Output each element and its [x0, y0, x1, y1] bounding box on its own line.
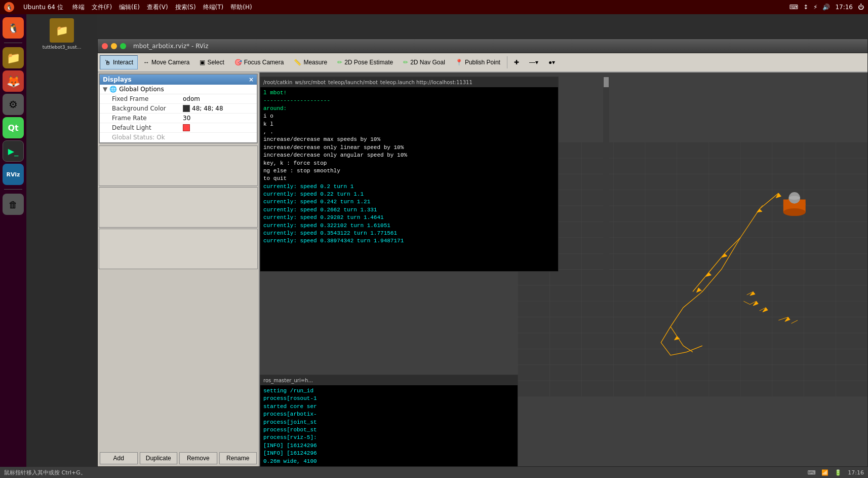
pose-estimate-button[interactable]: ✏ 2D Pose Estimate: [333, 55, 398, 69]
panel-sub-2: [99, 187, 258, 228]
dock-ubuntu[interactable]: 🐧: [3, 17, 24, 39]
keyboard-layout: ⌨: [807, 469, 815, 476]
power-icon[interactable]: ⏻: [858, 4, 864, 11]
partial-item: Global Status: Ok: [100, 133, 257, 142]
focus-camera-icon: 🎯: [234, 59, 242, 66]
bg-color-value[interactable]: 48; 48; 48: [183, 105, 223, 112]
displays-close[interactable]: ×: [249, 76, 254, 83]
window-minimize-btn[interactable]: [111, 43, 117, 49]
menu-help[interactable]: 帮助(H): [230, 3, 252, 12]
frame-rate-prop: Frame Rate 30: [100, 114, 257, 123]
remove-button[interactable]: Remove: [179, 452, 217, 464]
window-maximize-btn[interactable]: [120, 43, 126, 49]
dock-files[interactable]: 📁: [3, 47, 24, 68]
terminal-bottom[interactable]: ros_master_uri=h... setting /run_idproce…: [260, 375, 518, 466]
terminal-scrollbar[interactable]: [603, 77, 609, 272]
partial-label: Global Status: Ok: [112, 134, 183, 141]
status-text: 鼠标指针移入其中或按 Ctrl+G。: [4, 469, 86, 476]
terminal-bottom-titlebar: ros_master_uri=h...: [260, 375, 518, 385]
menu-view[interactable]: 查看(V): [147, 3, 168, 12]
frame-rate-label: Frame Rate: [112, 115, 183, 122]
publish-point-button[interactable]: 📍 Publish Point: [451, 55, 505, 69]
system-bar: 🐧 Ubuntu 64 位 终端 文件(F) 编辑(E) 查看(V) 搜索(S)…: [0, 0, 868, 14]
system-tray: ⌨ ↕ ⚡ 🔊 17:16 ⏻: [790, 4, 864, 11]
menu-terminal[interactable]: 终端: [72, 3, 85, 12]
focus-camera-label: Focus Camera: [244, 59, 284, 66]
menu-terminal2[interactable]: 终端(T): [203, 3, 224, 12]
nav-goal-button[interactable]: ✏ 2D Nav Goal: [399, 55, 450, 69]
fixed-frame-value[interactable]: odom: [183, 95, 200, 102]
dock-trash[interactable]: 🗑: [3, 194, 24, 215]
menu-search[interactable]: 搜索(S): [175, 3, 196, 12]
default-light-checkbox[interactable]: [183, 124, 190, 131]
menu-file[interactable]: 文件(F): [92, 3, 112, 12]
bg-color-prop: Background Color 48; 48; 48: [100, 104, 257, 114]
folder-label: tuttlebot3_sust...: [43, 45, 82, 50]
dock-qt[interactable]: Qt: [3, 117, 24, 138]
distro-label: Ubuntu 64 位: [23, 3, 63, 12]
measure-button[interactable]: 📏 Measure: [289, 55, 332, 69]
displays-title: Displays: [103, 76, 132, 83]
bg-color-text: 48; 48; 48: [192, 105, 223, 112]
terminal-top[interactable]: /root/catkin_ws/src/mbot_teleop/launch/m…: [260, 77, 559, 272]
desktop-area: 📁 tuttlebot3_sust...: [26, 14, 97, 467]
fixed-frame-label: Fixed Frame: [112, 95, 183, 102]
ubuntu-logo[interactable]: 🐧: [4, 2, 14, 12]
bottom-tray: ⌨ 📶 🔋 17:16: [807, 469, 864, 476]
select-button[interactable]: ▣ Select: [195, 55, 228, 69]
nav-goal-icon: ✏: [403, 59, 408, 66]
dock-firefox[interactable]: 🦊: [3, 70, 24, 92]
rviz-body: Displays × ▼ 🌐 Global Options Fixed Fram…: [98, 72, 867, 466]
displays-content: ▼ 🌐 Global Options Fixed Frame odom Back…: [100, 85, 257, 142]
keyboard-icon: ⌨: [790, 4, 798, 11]
default-light-value[interactable]: [183, 124, 190, 131]
measure-icon: 📏: [294, 59, 301, 66]
volume-icon: 🔊: [822, 4, 830, 11]
frame-rate-value[interactable]: 30: [183, 115, 190, 122]
terminal-bottom-title: ros_master_uri=h...: [263, 378, 313, 383]
window-close-btn[interactable]: [102, 43, 108, 49]
panel-sub-1: [99, 145, 258, 186]
desktop-folder-icon[interactable]: 📁 tuttlebot3_sust...: [26, 14, 97, 54]
viewport-3d[interactable]: /root/catkin_ws/src/mbot_teleop/launch/m…: [260, 72, 867, 466]
global-options-icon: 🌐: [109, 86, 117, 93]
pose-estimate-label: 2D Pose Estimate: [344, 59, 393, 66]
status-bar: 鼠标指针移入其中或按 Ctrl+G。 ⌨ 📶 🔋 17:16: [0, 467, 868, 478]
rename-button[interactable]: Rename: [219, 452, 257, 464]
minus-button[interactable]: —▾: [525, 55, 543, 69]
dock-terminal[interactable]: ▶_: [3, 140, 24, 162]
fixed-frame-prop: Fixed Frame odom: [100, 94, 257, 104]
add-button[interactable]: Add: [100, 452, 138, 464]
interact-button[interactable]: 🖱 Interact: [100, 55, 138, 69]
dot-icon: ●▾: [548, 59, 555, 66]
focus-camera-button[interactable]: 🎯 Focus Camera: [230, 55, 289, 69]
dock-rviz[interactable]: RViz: [3, 164, 24, 185]
toolbar-sep-1: [507, 56, 507, 68]
panel-scroll-area: Add Duplicate Remove Rename: [98, 144, 259, 466]
interact-label: Interact: [113, 59, 133, 66]
left-dock: 🐧 📁 🦊 ⚙ Qt ▶_ RViz 🗑: [0, 14, 26, 467]
terminal-bottom-content: setting /run_idprocess[rosout-1started c…: [260, 385, 518, 466]
tree-expand-icon[interactable]: ▼: [103, 86, 107, 93]
terminal-top-titlebar: /root/catkin_ws/src/mbot_teleop/launch/m…: [260, 77, 558, 87]
menu-bar: 终端 文件(F) 编辑(E) 查看(V) 搜索(S) 终端(T) 帮助(H): [72, 3, 252, 12]
dot-button[interactable]: ●▾: [544, 55, 560, 69]
nav-goal-label: 2D Nav Goal: [410, 59, 445, 66]
global-options-item[interactable]: ▼ 🌐 Global Options: [100, 85, 257, 94]
move-camera-button[interactable]: ↔ Move Camera: [139, 55, 194, 69]
scrollbar-thumb[interactable]: [604, 77, 609, 87]
rviz-toolbar: 🖱 Interact ↔ Move Camera ▣ Select 🎯 Focu…: [98, 53, 867, 72]
duplicate-button[interactable]: Duplicate: [140, 452, 178, 464]
default-light-label: Default Light: [112, 124, 183, 131]
publish-point-icon: 📍: [455, 59, 463, 66]
plus-button[interactable]: ✚: [509, 55, 524, 69]
global-options-label: Global Options: [119, 86, 164, 93]
panel-sub-3: [99, 229, 258, 269]
move-camera-icon: ↔: [143, 59, 149, 66]
rviz-titlebar: mbot_arbotix.rviz* - RViz: [98, 39, 867, 53]
dock-settings[interactable]: ⚙: [3, 94, 24, 115]
measure-label: Measure: [303, 59, 327, 66]
select-label: Select: [207, 59, 224, 66]
menu-edit[interactable]: 编辑(E): [119, 3, 140, 12]
network-icon: ↕: [803, 4, 808, 11]
